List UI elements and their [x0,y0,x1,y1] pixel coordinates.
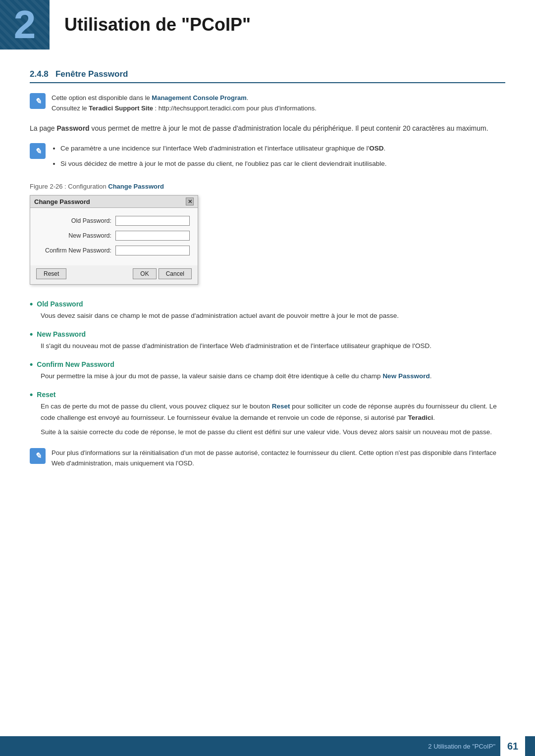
body-text-1-pre: La page [30,124,57,132]
note-highlight-2: Teradici Support Site [89,104,153,112]
section-title: Fenêtre Password [55,69,128,79]
note-highlight-1: Management Console Program [152,94,246,101]
chapter-title-box: Utilisation de "PCoIP" [50,0,535,50]
dialog-reset-button[interactable]: Reset [36,268,66,279]
term-title-new-password: • New Password [30,330,505,339]
term-title-confirm-password: • Confirm New Password [30,360,505,369]
chapter-number: 2 [14,2,36,48]
body-text-1-post: vous permet de mettre à jour le mot de p… [90,124,488,132]
term-label-old-password: Old Password [37,300,83,308]
term-desc-confirm-password: Pour permettre la mise à jour du mot de … [30,371,505,382]
bottom-note-content: Pour plus d'informations sur la réinitia… [52,448,505,469]
bullet-note: ✎ Ce paramètre a une incidence sur l'int… [30,143,505,174]
term-desc-reset-highlight: Reset [272,403,290,410]
bullet-1-osd: OSD [369,145,383,152]
dialog-body: Old Password: New Password: Confirm New … [30,208,198,265]
term-desc-reset-pre: En cas de perte du mot de passe du clien… [41,403,272,410]
chapter-header: 2 Utilisation de "PCoIP" [0,0,535,50]
note-line-1b: . [247,94,249,101]
bullet-item-1: Ce paramètre a une incidence sur l'inter… [60,143,386,154]
term-desc-new-password: Il s'agit du nouveau mot de passe d'admi… [30,341,505,352]
body-text-1: La page Password vous permet de mettre à… [30,123,505,135]
bottom-note: ✎ Pour plus d'informations sur la réinit… [30,448,505,469]
body-text-1-highlight: Password [57,124,90,132]
dialog-field-row-new: New Password: [38,231,190,241]
term-desc-confirm-highlight: New Password [382,372,429,380]
main-content: 2.4.8 Fenêtre Password ✎ Cette option es… [0,69,535,517]
term-title-old-password: • Old Password [30,300,505,308]
section-heading: 2.4.8 Fenêtre Password [30,69,505,83]
term-bullet-1: • [30,300,33,308]
dialog-field-row-old: Old Password: [38,216,190,226]
term-item-reset: • Reset En cas de perte du mot de passe … [30,390,505,438]
term-item-old-password: • Old Password Vous devez saisir dans ce… [30,300,505,322]
dialog-titlebar: Change Password ✕ [30,196,198,208]
term-label-new-password: New Password [37,330,86,338]
terms-list: • Old Password Vous devez saisir dans ce… [30,300,505,438]
term-desc-reset-teradici: Teradici [408,414,433,421]
term-item-new-password: • New Password Il s'agit du nouveau mot … [30,330,505,352]
dialog-input-new-password[interactable] [115,231,190,241]
term-desc-reset-end: . [433,414,435,421]
figure-caption-pre: Figure 2-26 : Configuration [30,183,108,190]
footer-page-number: 61 [500,736,525,756]
chapter-number-box: 2 [0,0,50,50]
bullet-item-2: Si vous décidez de mettre à jour le mot … [60,158,386,170]
bottom-note-icon: ✎ [30,448,46,464]
term-label-confirm-password: Confirm New Password [37,360,114,368]
dialog-footer: Reset OK Cancel [30,265,198,284]
dialog-close-button[interactable]: ✕ [186,198,194,205]
footer-text: 2 Utilisation de "PCoIP" [428,743,495,750]
term-desc-confirm-post: . [430,372,432,380]
dialog-label-old: Old Password: [47,217,111,224]
note-line-2b: : http://techsupport.teradici.com pour p… [153,104,317,112]
section-number: 2.4.8 [30,69,49,79]
figure-caption: Figure 2-26 : Configuration Change Passw… [30,183,505,190]
dialog-input-confirm-password[interactable] [115,246,190,255]
term-desc-reset-1: En cas de perte du mot de passe du clien… [30,401,505,424]
note-line-2a: Consultez le [52,104,89,112]
term-item-confirm-password: • Confirm New Password Pour permettre la… [30,360,505,382]
term-desc-confirm-pre: Pour permettre la mise à jour du mot de … [41,372,382,380]
dialog-label-new: New Password: [47,232,111,239]
bullet-1-post: . [383,145,385,152]
dialog-btn-group: OK Cancel [133,268,192,279]
figure-caption-highlight: Change Password [108,183,164,190]
note-icon-1: ✎ [30,93,46,109]
chapter-title: Utilisation de "PCoIP" [64,14,251,35]
term-bullet-4: • [30,390,33,399]
term-desc-reset-2: Suite à la saisie correcte du code de ré… [30,427,505,438]
bullet-1-pre: Ce paramètre a une incidence sur l'inter… [60,145,369,152]
note-content-1: Cette option est disponible dans le Mana… [52,93,317,114]
bullet-list: Ce paramètre a une incidence sur l'inter… [52,143,386,174]
dialog-field-row-confirm: Confirm New Password: [38,246,190,255]
term-title-reset: • Reset [30,390,505,399]
page-footer: 2 Utilisation de "PCoIP" 61 [0,736,535,756]
bullet-note-icon: ✎ [30,143,46,159]
dialog-ok-button[interactable]: OK [133,268,156,279]
term-bullet-3: • [30,360,33,369]
dialog-label-confirm: Confirm New Password: [45,247,111,254]
term-bullet-2: • [30,330,33,339]
term-label-reset: Reset [37,391,55,399]
bullet-2-text: Si vous décidez de mettre à jour le mot … [60,160,386,167]
dialog-cancel-button[interactable]: Cancel [159,268,192,279]
dialog-title: Change Password [34,198,90,205]
note-line-1a: Cette option est disponible dans le [52,94,152,101]
change-password-dialog: Change Password ✕ Old Password: New Pass… [30,195,198,285]
dialog-input-old-password[interactable] [115,216,190,226]
term-desc-old-password: Vous devez saisir dans ce champ le mot d… [30,310,505,322]
note-box-1: ✎ Cette option est disponible dans le Ma… [30,93,505,114]
